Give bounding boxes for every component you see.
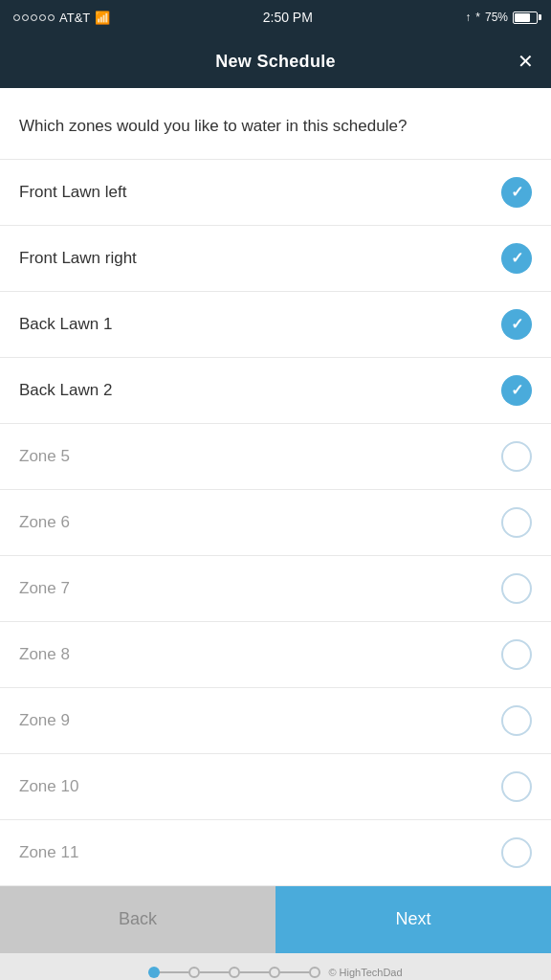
zone-item-8[interactable]: Zone 8 xyxy=(0,621,551,687)
battery-fill xyxy=(515,13,531,22)
zone-label-5: Zone 5 xyxy=(19,447,70,466)
zone-label-6: Zone 6 xyxy=(19,513,70,532)
zone-item-1[interactable]: Front Lawn left✓ xyxy=(0,159,551,225)
zone-list: Front Lawn left✓Front Lawn right✓Back La… xyxy=(0,159,551,886)
page-title: New Schedule xyxy=(215,52,336,72)
zone-label-2: Front Lawn right xyxy=(19,249,137,268)
progress-dot-5 xyxy=(309,967,320,978)
zone-label-11: Zone 11 xyxy=(19,843,78,862)
carrier-label: AT&T xyxy=(59,11,90,25)
battery-icon xyxy=(513,11,538,24)
main-content: Which zones would you like to water in t… xyxy=(0,88,551,886)
zone-checkbox-4[interactable]: ✓ xyxy=(501,375,532,406)
checkmark-icon-1: ✓ xyxy=(511,183,523,201)
progress-line-1 xyxy=(160,971,188,973)
zone-label-9: Zone 9 xyxy=(19,711,70,730)
zone-item-7[interactable]: Zone 7 xyxy=(0,555,551,621)
zone-checkbox-3[interactable]: ✓ xyxy=(501,309,532,340)
status-time: 2:50 PM xyxy=(263,10,313,25)
zone-label-4: Back Lawn 2 xyxy=(19,381,112,400)
battery-percent: 75% xyxy=(485,11,508,24)
signal-dot-3 xyxy=(31,14,37,21)
status-bar: AT&T 📶 2:50 PM ↑ * 75% xyxy=(0,0,551,34)
zone-item-6[interactable]: Zone 6 xyxy=(0,489,551,555)
nav-arrow-icon: ↑ xyxy=(465,11,471,24)
zone-checkbox-11[interactable] xyxy=(501,837,532,868)
zone-checkbox-9[interactable] xyxy=(501,705,532,736)
zone-item-3[interactable]: Back Lawn 1✓ xyxy=(0,291,551,357)
zone-label-10: Zone 10 xyxy=(19,777,78,796)
footer-buttons: Back Next xyxy=(0,886,551,953)
zone-item-4[interactable]: Back Lawn 2✓ xyxy=(0,357,551,423)
checkmark-icon-4: ✓ xyxy=(511,381,523,399)
status-right: ↑ * 75% xyxy=(465,11,538,24)
zone-label-7: Zone 7 xyxy=(19,579,70,598)
progress-dot-2 xyxy=(188,967,200,978)
zone-item-11[interactable]: Zone 11 xyxy=(0,819,551,886)
progress-line-2 xyxy=(200,971,229,973)
zone-label-8: Zone 8 xyxy=(19,645,70,664)
zone-checkbox-5[interactable] xyxy=(501,441,532,472)
progress-line-4 xyxy=(280,971,309,973)
zone-item-10[interactable]: Zone 10 xyxy=(0,753,551,819)
signal-dots xyxy=(13,14,55,21)
question-text: Which zones would you like to water in t… xyxy=(0,88,551,159)
checkmark-icon-2: ✓ xyxy=(511,249,523,267)
signal-dot-5 xyxy=(48,14,55,21)
zone-checkbox-6[interactable] xyxy=(501,507,532,538)
progress-bar: © HighTechDad xyxy=(0,953,551,980)
zone-checkbox-8[interactable] xyxy=(501,639,532,670)
bluetooth-icon: * xyxy=(475,11,480,24)
signal-dot-1 xyxy=(13,14,20,21)
zone-checkbox-2[interactable]: ✓ xyxy=(501,243,532,274)
progress-line-3 xyxy=(240,971,269,973)
zone-item-2[interactable]: Front Lawn right✓ xyxy=(0,225,551,291)
zone-label-1: Front Lawn left xyxy=(19,183,126,202)
zone-checkbox-7[interactable] xyxy=(501,573,532,604)
checkmark-icon-3: ✓ xyxy=(511,315,523,333)
footer: Back Next © HighTechDad xyxy=(0,886,551,980)
zone-checkbox-10[interactable] xyxy=(501,771,532,802)
zone-item-5[interactable]: Zone 5 xyxy=(0,423,551,489)
signal-dot-4 xyxy=(39,14,46,21)
zone-item-9[interactable]: Zone 9 xyxy=(0,687,551,753)
zone-label-3: Back Lawn 1 xyxy=(19,315,112,334)
copyright-label: © HighTechDad xyxy=(328,967,402,978)
status-left: AT&T 📶 xyxy=(13,11,110,25)
progress-dot-3 xyxy=(229,967,240,978)
close-button[interactable]: ✕ xyxy=(518,52,534,71)
zone-checkbox-1[interactable]: ✓ xyxy=(501,177,532,208)
progress-dot-4 xyxy=(269,967,280,978)
next-button[interactable]: Next xyxy=(276,886,551,953)
signal-dot-2 xyxy=(22,14,29,21)
progress-dot-1 xyxy=(148,967,160,978)
back-button[interactable]: Back xyxy=(0,886,276,953)
header: New Schedule ✕ xyxy=(0,34,551,88)
wifi-icon: 📶 xyxy=(95,11,110,25)
